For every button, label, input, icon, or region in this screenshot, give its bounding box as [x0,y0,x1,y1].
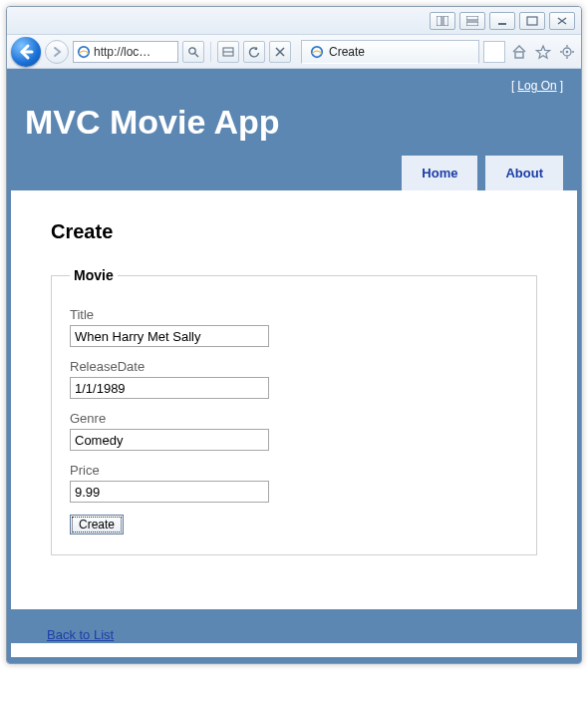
url-text: http://loc… [94,45,150,59]
tools-icon[interactable] [557,42,577,62]
movie-fieldset: Movie Title ReleaseDate Genre Price [51,267,537,555]
browser-navbar: http://loc… Create [7,35,581,69]
stop-button[interactable] [269,41,291,63]
window-frame: http://loc… Create [ [6,6,582,664]
minimize-button[interactable] [489,12,515,30]
home-icon[interactable] [509,42,529,62]
svg-point-10 [189,47,195,53]
close-button[interactable] [549,12,575,30]
svg-rect-3 [466,22,478,26]
svg-rect-0 [437,16,441,26]
favorites-icon[interactable] [533,42,553,62]
back-button[interactable] [11,37,41,67]
new-tab-button[interactable] [483,41,505,63]
app-title: MVC Movie App [7,97,581,156]
fieldset-legend: Movie [70,267,118,283]
svg-rect-2 [466,16,478,20]
svg-rect-1 [443,16,448,26]
nav-tabs: Home About [7,156,581,190]
svg-rect-17 [515,52,523,58]
label-price: Price [70,463,518,478]
label-genre: Genre [70,411,518,426]
maximize-button[interactable] [519,12,545,30]
browser-tab[interactable]: Create [301,40,479,64]
svg-line-11 [195,54,198,57]
input-price[interactable] [70,481,269,503]
forward-button[interactable] [45,40,69,64]
search-dropdown-button[interactable] [182,41,204,63]
back-to-list-link[interactable]: Back to List [47,627,114,642]
content-card: Create Movie Title ReleaseDate Genre Pri… [11,190,577,609]
svg-rect-5 [527,17,537,25]
page-heading: Create [51,220,537,243]
compat-view-button[interactable] [217,41,239,63]
window-titlebar [7,7,581,35]
separator [210,42,211,62]
nav-tab-home[interactable]: Home [402,156,477,190]
submit-button[interactable]: Create [70,515,124,534]
page-body: [ Log On ] MVC Movie App Home About Crea… [7,69,581,663]
split-left-right-button[interactable] [430,12,455,30]
nav-tab-about[interactable]: About [485,156,563,190]
ie-icon [77,45,91,59]
input-genre[interactable] [70,429,269,451]
split-top-bottom-button[interactable] [459,12,485,30]
refresh-button[interactable] [243,41,265,63]
label-releasedate: ReleaseDate [70,359,518,374]
tab-title: Create [329,45,365,59]
input-releasedate[interactable] [70,377,269,399]
ie-icon [310,45,324,59]
address-bar[interactable]: http://loc… [73,41,178,63]
label-title: Title [70,307,518,322]
logon-link[interactable]: Log On [517,79,556,93]
input-title[interactable] [70,325,269,347]
account-strip: [ Log On ] [7,69,581,97]
footer-space [11,643,577,657]
svg-point-19 [566,50,569,53]
